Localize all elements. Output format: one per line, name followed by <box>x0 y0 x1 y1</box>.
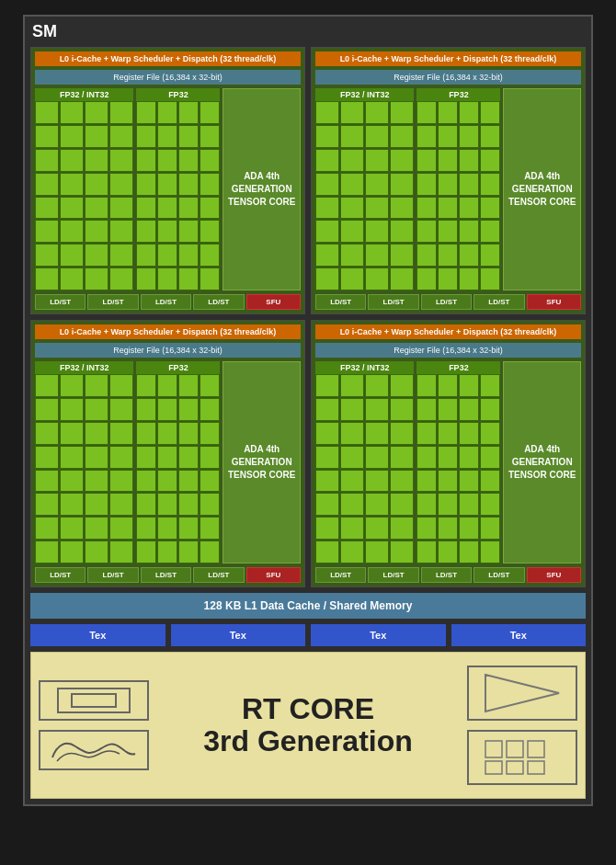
gc <box>35 398 59 421</box>
gc <box>459 125 479 148</box>
gc <box>365 220 389 243</box>
gc <box>480 101 500 124</box>
compute-area-4: FP32 / INT32 FP32 <box>315 361 581 563</box>
gc <box>365 149 389 172</box>
rt-icon-inner-1 <box>57 688 131 713</box>
bottom-bar-4: LD/ST LD/ST LD/ST LD/ST SFU <box>315 567 581 583</box>
gc <box>136 374 156 397</box>
bottom-bar-2: LD/ST LD/ST LD/ST LD/ST SFU <box>315 294 581 310</box>
ld-st-5: LD/ST <box>315 294 366 310</box>
gc <box>60 446 84 469</box>
gc <box>136 244 156 267</box>
l1-cache-bar: 128 KB L1 Data Cache / Shared Memory <box>30 593 586 619</box>
gc <box>365 244 389 267</box>
gc <box>178 470 199 493</box>
gc <box>340 101 364 124</box>
gc <box>200 220 220 243</box>
gc <box>480 422 500 445</box>
tex-2: Tex <box>171 624 306 646</box>
gc <box>438 374 458 397</box>
gc <box>60 149 84 172</box>
gc <box>35 149 59 172</box>
gc <box>315 398 339 421</box>
gc <box>85 422 108 445</box>
gc <box>340 541 364 563</box>
gc <box>315 493 339 516</box>
ld-st-1: LD/ST <box>35 294 86 310</box>
gc <box>35 220 59 243</box>
gc <box>438 493 458 516</box>
gc <box>315 101 339 124</box>
gc <box>200 446 220 469</box>
gc <box>438 541 458 563</box>
fp32-int32-header-3: FP32 / INT32 <box>35 361 133 374</box>
gc <box>480 446 500 469</box>
gc <box>178 446 199 469</box>
gc <box>459 541 479 563</box>
quadrants-grid: L0 i-Cache + Warp Scheduler + Dispatch (… <box>30 47 586 587</box>
gc <box>390 197 414 220</box>
gc <box>136 446 156 469</box>
gc <box>157 267 177 290</box>
tensor-core-3: ADA 4th GENERATION TENSOR CORE <box>222 361 301 563</box>
gc <box>416 374 437 397</box>
svg-rect-2 <box>507 741 523 757</box>
gc <box>178 374 199 397</box>
gc <box>85 173 108 196</box>
gc <box>416 197 437 220</box>
warp-scheduler-bar-1: L0 i-Cache + Warp Scheduler + Dispatch (… <box>35 51 301 66</box>
gc <box>85 470 108 493</box>
gc <box>390 220 414 243</box>
gc <box>480 541 500 563</box>
gc <box>340 149 364 172</box>
warp-scheduler-bar-4: L0 i-Cache + Warp Scheduler + Dispatch (… <box>315 324 581 339</box>
rt-core-label-line2: 3rd Generation <box>192 725 423 757</box>
gc <box>365 446 389 469</box>
gc <box>85 446 108 469</box>
svg-rect-1 <box>485 741 502 757</box>
gc <box>109 244 133 267</box>
col-fp32-int32-1: FP32 / INT32 <box>35 88 133 290</box>
gc <box>157 517 177 540</box>
gc <box>438 470 458 493</box>
gc <box>157 101 177 124</box>
gc <box>109 470 133 493</box>
gc <box>480 173 500 196</box>
compute-area-2: FP32 / INT32 FP32 <box>315 88 581 290</box>
sfu-3: SFU <box>246 567 301 583</box>
col-fp32-1: FP32 <box>136 88 220 290</box>
gc <box>85 541 108 563</box>
gc <box>157 197 177 220</box>
gc <box>178 149 199 172</box>
gc <box>340 470 364 493</box>
gc <box>390 470 414 493</box>
fp32-grid-4 <box>416 374 500 563</box>
gc <box>390 422 414 445</box>
gc <box>365 493 389 516</box>
gc <box>390 267 414 290</box>
fp32-int32-grid-1 <box>35 101 133 290</box>
gc <box>340 220 364 243</box>
gc <box>480 470 500 493</box>
gc <box>109 422 133 445</box>
gc <box>109 493 133 516</box>
gc <box>136 517 156 540</box>
rt-core-right <box>424 666 577 785</box>
gc <box>136 173 156 196</box>
gc <box>459 244 479 267</box>
sfu-4: SFU <box>527 567 581 583</box>
gc <box>60 374 84 397</box>
fp32-int32-grid-3 <box>35 374 133 563</box>
squiggle-icon <box>48 735 140 765</box>
gc <box>315 125 339 148</box>
fp32-int32-header-4: FP32 / INT32 <box>315 361 414 374</box>
gc <box>390 244 414 267</box>
sm-label: SM <box>30 22 586 41</box>
col-fp32-3: FP32 <box>136 361 220 563</box>
gc <box>178 493 199 516</box>
gc <box>480 493 500 516</box>
gc <box>60 493 84 516</box>
gc <box>315 446 339 469</box>
gc <box>157 446 177 469</box>
rt-core-left <box>39 680 192 770</box>
